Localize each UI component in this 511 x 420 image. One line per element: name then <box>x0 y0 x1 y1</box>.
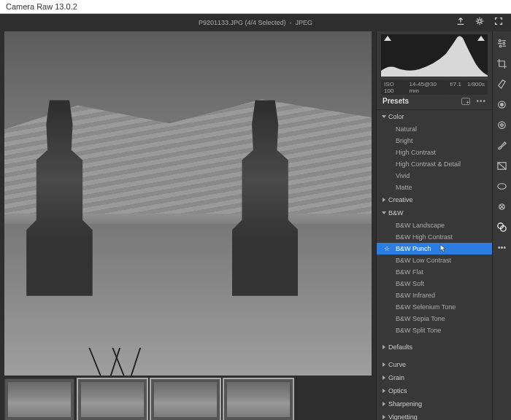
svg-point-17 <box>504 246 505 248</box>
section-vignetting[interactable]: Vignetting <box>377 411 492 420</box>
svg-point-3 <box>503 42 505 44</box>
svg-point-11 <box>498 183 506 189</box>
aperture-readout: f/7.1 <box>447 80 464 95</box>
svg-point-9 <box>502 125 502 125</box>
preset-item[interactable]: Vivid <box>377 170 492 182</box>
thumbnail[interactable] <box>223 378 293 420</box>
crop-tool-icon[interactable] <box>496 58 508 69</box>
presets-list: Color Natural Bright High Contrast High … <box>377 110 492 420</box>
preset-item[interactable]: B&W Soft <box>377 278 492 289</box>
svg-point-2 <box>499 39 501 42</box>
thumbnail[interactable] <box>4 378 74 420</box>
tool-strip <box>492 31 511 420</box>
right-panel: ISO 100 14-45@30 mm f/7.1 1/800s Presets… <box>376 31 492 420</box>
fullscreen-icon[interactable] <box>493 16 504 29</box>
svg-point-6 <box>501 103 504 106</box>
section-defaults[interactable]: Defaults <box>377 341 492 354</box>
svg-point-15 <box>499 246 500 248</box>
radial-tool-icon[interactable] <box>496 180 508 192</box>
preset-item[interactable]: Natural <box>377 123 492 135</box>
svg-point-16 <box>502 246 503 248</box>
section-sharpening[interactable]: Sharpening <box>377 397 492 411</box>
window-title: Camera Raw 13.0.2 <box>6 2 77 11</box>
preset-item[interactable]: B&W Split Tone <box>377 324 492 336</box>
top-bar: P9201133.JPG (4/4 Selected) - JPEG <box>0 14 511 31</box>
section-curve[interactable]: Curve <box>377 358 492 371</box>
panel-title: Presets <box>383 97 409 105</box>
histogram[interactable]: ISO 100 14-45@30 mm f/7.1 1/800s <box>377 31 492 93</box>
window-title-bar: Camera Raw 13.0.2 <box>0 0 511 14</box>
focal-readout: 14-45@30 mm <box>407 80 447 95</box>
canvas-area: 52.3% ▾ ☆ ☆ ☆ ☆ ☆ <box>0 31 376 420</box>
preset-item[interactable]: High Contrast & Detail <box>377 158 492 170</box>
heal-tool-icon[interactable] <box>496 78 508 90</box>
thumbnail[interactable] <box>150 378 220 420</box>
preset-item[interactable]: B&W Low Contrast <box>377 254 492 266</box>
app-frame: P9201133.JPG (4/4 Selected) - JPEG <box>0 14 511 420</box>
create-preset-icon[interactable]: + <box>461 98 470 105</box>
section-grain[interactable]: Grain <box>377 371 492 384</box>
preset-item[interactable]: B&W High Contrast <box>377 231 492 243</box>
preset-item[interactable]: B&W Landscape <box>377 219 492 231</box>
filename-display: P9201133.JPG (4/4 Selected) - JPEG <box>199 19 312 26</box>
section-creative[interactable]: Creative <box>377 193 492 206</box>
cursor-icon <box>439 244 447 253</box>
panel-menu-icon[interactable]: ••• <box>476 97 486 105</box>
export-icon[interactable] <box>456 16 466 29</box>
section-bw[interactable]: B&W <box>377 206 492 219</box>
redeye-tool-icon[interactable] <box>496 201 508 212</box>
more-tool-icon[interactable] <box>496 241 508 253</box>
gradient-tool-icon[interactable] <box>496 160 508 171</box>
target-tool-icon[interactable] <box>496 119 508 131</box>
gear-icon[interactable] <box>474 16 485 29</box>
preset-item[interactable]: B&W Flat <box>377 266 492 278</box>
iso-readout: ISO 100 <box>381 80 407 95</box>
preset-item[interactable]: B&W Selenium Tone <box>377 301 492 313</box>
svg-point-4 <box>499 44 502 47</box>
brush-tool-icon[interactable] <box>496 139 508 151</box>
preset-item[interactable]: High Contrast <box>377 147 492 158</box>
preset-item[interactable]: Matte <box>377 182 492 193</box>
shutter-readout: 1/800s <box>464 80 488 95</box>
preset-item-selected[interactable]: B&W Punch <box>377 243 492 254</box>
eye-tool-icon[interactable] <box>496 98 508 110</box>
section-optics[interactable]: Optics <box>377 384 492 397</box>
preset-item[interactable]: Bright <box>377 135 492 147</box>
image-preview[interactable] <box>4 31 372 376</box>
svg-point-0 <box>478 20 481 23</box>
presets-tool-icon[interactable] <box>496 221 508 233</box>
preset-item[interactable]: B&W Infrared <box>377 289 492 301</box>
filmstrip <box>4 376 372 420</box>
edit-tool-icon[interactable] <box>496 37 508 49</box>
section-color[interactable]: Color <box>377 110 492 123</box>
preset-item[interactable]: B&W Sepia Tone <box>377 313 492 324</box>
thumbnail[interactable] <box>77 378 147 420</box>
